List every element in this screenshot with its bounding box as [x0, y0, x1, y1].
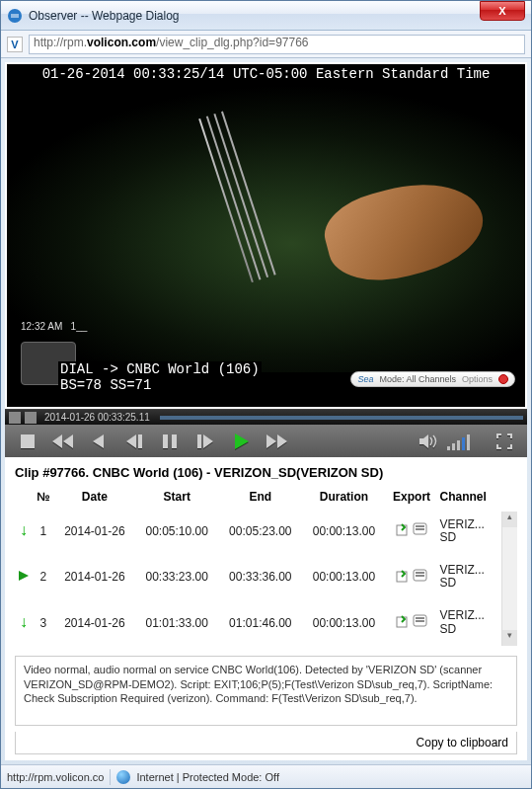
prev-button[interactable]: [82, 429, 115, 454]
table-row[interactable]: ↓32014-01-2601:01:33.0001:01:46.0000:00:…: [15, 599, 517, 645]
stop-button[interactable]: [11, 429, 44, 454]
cell-start: 00:33:23.00: [135, 554, 219, 599]
channel-line1: DIAL -> CNBC World (106): [58, 361, 262, 377]
seek-timestamp: 2014-01-26 00:33:25.11: [44, 412, 150, 423]
svg-marker-5: [126, 434, 136, 448]
cell-date: 2014-01-26: [54, 554, 135, 599]
svg-rect-1: [21, 434, 35, 448]
film-icon[interactable]: [25, 412, 37, 424]
svg-marker-14: [419, 434, 428, 448]
url-host: volicon.com: [87, 36, 156, 49]
window-title: Observer -- Webpage Dialog: [29, 9, 480, 23]
clock-overlay: 12:32 AM 1__: [21, 321, 87, 332]
copy-to-clipboard-button[interactable]: Copy to clipboard: [15, 732, 517, 754]
export-icon[interactable]: [396, 522, 428, 536]
cell-num: 2: [33, 554, 54, 599]
notes-box: Video normal, audio normal on service CN…: [15, 656, 517, 726]
cell-num: 3: [33, 599, 54, 645]
pause-button[interactable]: [153, 429, 187, 454]
scroll-up-button[interactable]: ▴: [502, 512, 517, 527]
svg-point-0: [8, 9, 22, 23]
svg-marker-11: [235, 434, 249, 449]
cell-export: [386, 508, 438, 554]
svg-rect-22: [416, 572, 424, 574]
table-row[interactable]: ↓12014-01-2600:05:10.0000:05:23.0000:00:…: [15, 508, 517, 554]
channel-line2: BS=78 SS=71: [58, 377, 153, 393]
url-field[interactable]: http://rpm.volicon.com/view_clip_dlg.php…: [29, 35, 525, 54]
svg-rect-23: [416, 575, 424, 577]
svg-rect-27: [416, 620, 424, 622]
rewind-fast-button[interactable]: [46, 429, 80, 454]
mode-pill[interactable]: Sea Mode: All Channels Options: [350, 371, 515, 387]
fullscreen-button[interactable]: [488, 429, 521, 454]
url-path: /view_clip_dlg.php?id=97766: [156, 36, 308, 49]
cell-end: 00:33:36.00: [219, 554, 303, 599]
status-url: http://rpm.volicon.co: [7, 771, 104, 783]
svg-rect-18: [416, 528, 424, 530]
mode-label: Mode: All Channels: [379, 374, 456, 384]
col-end: End: [219, 486, 303, 509]
step-fwd-button[interactable]: [189, 429, 222, 454]
app-icon: [7, 8, 23, 24]
play-button[interactable]: [224, 429, 258, 454]
video-timestamp-overlay: 01-26-2014 00:33:25/14 UTC-05:00 Eastern…: [7, 66, 525, 82]
clip-table: № Date Start End Duration Export Channel…: [15, 486, 517, 646]
cell-channel: VERIZ...SD: [437, 508, 501, 554]
cell-export: [386, 599, 438, 645]
calendar-icon[interactable]: [9, 412, 21, 424]
vertical-scrollbar[interactable]: ▴ ▾: [501, 512, 517, 646]
step-back-button[interactable]: [117, 429, 151, 454]
forward-fast-button[interactable]: [260, 429, 293, 454]
cell-duration: 00:00:13.00: [302, 554, 386, 599]
close-button[interactable]: X: [480, 1, 525, 21]
address-bar: V http://rpm.volicon.com/view_clip_dlg.p…: [1, 31, 531, 58]
svg-rect-9: [197, 434, 201, 448]
status-zone: Internet | Protected Mode: Off: [136, 771, 279, 783]
mode-pre: Sea: [357, 374, 373, 384]
svg-marker-3: [63, 434, 73, 448]
cell-channel: VERIZ...SD: [437, 554, 501, 599]
cell-end: 01:01:46.00: [219, 599, 303, 645]
row-marker-icon: [15, 554, 33, 599]
seek-track[interactable]: [160, 416, 523, 420]
content-area: 01-26-2014 00:33:25/14 UTC-05:00 Eastern…: [5, 62, 527, 760]
svg-rect-7: [163, 434, 168, 448]
cell-duration: 00:00:13.00: [302, 508, 386, 554]
globe-icon: [116, 770, 130, 784]
cell-num: 1: [33, 508, 54, 554]
cell-date: 2014-01-26: [54, 599, 135, 645]
cell-duration: 00:00:13.00: [302, 599, 386, 645]
export-icon[interactable]: [396, 569, 428, 583]
svg-rect-26: [416, 617, 424, 619]
svg-marker-10: [203, 434, 213, 448]
url-prefix: http://rpm.: [34, 36, 87, 49]
table-header-row: № Date Start End Duration Export Channel: [15, 486, 517, 509]
svg-marker-4: [93, 434, 104, 448]
svg-rect-17: [416, 525, 424, 527]
status-bar: http://rpm.volicon.co Internet | Protect…: [1, 764, 531, 788]
title-bar: Observer -- Webpage Dialog X: [1, 1, 531, 31]
svg-marker-13: [277, 434, 287, 448]
col-export: Export: [386, 486, 438, 509]
col-duration: Duration: [302, 486, 386, 509]
svg-marker-12: [266, 434, 276, 448]
table-row[interactable]: 22014-01-2600:33:23.0000:33:36.0000:00:1…: [15, 554, 517, 599]
row-marker-icon: ↓: [15, 599, 33, 645]
svg-rect-6: [138, 434, 142, 448]
scroll-down-button[interactable]: ▾: [502, 630, 517, 646]
playback-controls: [5, 425, 527, 456]
col-date: Date: [54, 486, 135, 509]
volume-button[interactable]: [412, 429, 445, 454]
seek-bar[interactable]: 2014-01-26 00:33:25.11: [5, 409, 527, 425]
cell-date: 2014-01-26: [54, 508, 135, 554]
mode-options: Options: [462, 374, 493, 384]
cell-export: [386, 554, 438, 599]
svg-rect-8: [172, 434, 177, 448]
channel-overlay: DIAL -> CNBC World (106) BS=78 SS=71: [58, 361, 262, 393]
col-start: Start: [135, 486, 219, 509]
export-icon[interactable]: [396, 614, 428, 628]
svg-marker-2: [52, 434, 62, 448]
video-player[interactable]: 01-26-2014 00:33:25/14 UTC-05:00 Eastern…: [7, 64, 525, 407]
volume-level[interactable]: [447, 433, 470, 450]
cell-channel: VERIZ...SD: [437, 599, 501, 645]
